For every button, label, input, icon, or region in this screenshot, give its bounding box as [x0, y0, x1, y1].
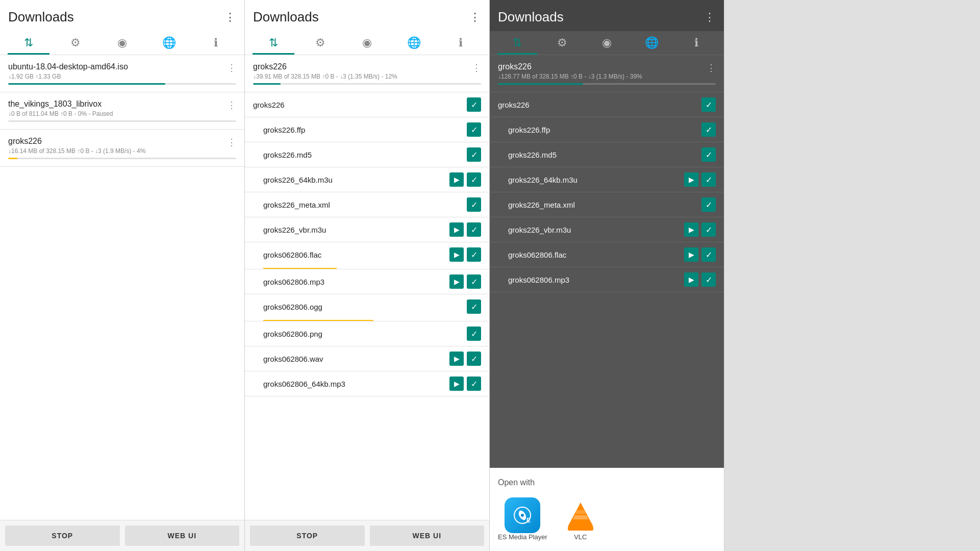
panel3-active-progress-container — [498, 83, 716, 85]
panel3-content: groks226 ✓ groks226.ffp ✓ groks226.md5 ✓… — [490, 92, 724, 468]
panel2-active-menu[interactable]: ⋮ — [468, 62, 481, 73]
panel2-active-progress — [253, 83, 281, 85]
progress-bar-groks — [8, 158, 17, 159]
panel2-active-download: groks226 ↓39.91 MB of 328.15 MB ↑0 B - ↓… — [245, 55, 489, 92]
file-name-png: groks062806.png — [253, 330, 464, 338]
play-btn-64kb[interactable]: ▶ — [449, 172, 464, 187]
play-btn-vbr[interactable]: ▶ — [449, 222, 464, 237]
transfer-icon-3: ⇅ — [513, 36, 522, 49]
checkbox-md5[interactable]: ✓ — [467, 147, 481, 162]
file-groks226-md5: groks226.md5 ✓ — [245, 142, 489, 167]
panel3-title: Downloads — [498, 9, 564, 25]
panel1-tab-eye[interactable]: ◉ — [99, 31, 146, 55]
file-p3-name-root: groks226 — [498, 101, 698, 109]
file-name-vbr: groks226_vbr.m3u — [253, 226, 446, 234]
panel1-stop-button[interactable]: STOP — [5, 525, 120, 546]
download-menu-ubuntu[interactable]: ⋮ — [223, 62, 236, 73]
checkbox-p3-md5[interactable]: ✓ — [701, 147, 716, 162]
panel2-tab-transfer[interactable]: ⇅ — [250, 31, 297, 55]
file-p3-name-ffp: groks226.ffp — [498, 126, 698, 134]
play-btn-p3-flac[interactable]: ▶ — [684, 247, 698, 262]
download-name-ubuntu: ubuntu-18.04-desktop-amd64.iso — [8, 62, 128, 71]
progress-flac — [263, 268, 337, 269]
panel3-tab-transfer[interactable]: ⇅ — [495, 31, 540, 55]
file-groks062806-wav: groks062806.wav ▶ ✓ — [245, 346, 489, 371]
checkbox-png[interactable]: ✓ — [467, 327, 481, 341]
panel3-active-menu[interactable]: ⋮ — [702, 62, 716, 73]
panel3-active-info: ↓128.77 MB of 328.15 MB ↑0 B - ↓3 (1.3 M… — [498, 73, 642, 80]
play-btn-mp3[interactable]: ▶ — [449, 274, 464, 289]
checkbox-vbr[interactable]: ✓ — [467, 222, 481, 237]
checkbox-p3-root[interactable]: ✓ — [701, 97, 716, 112]
checkbox-p3-meta[interactable]: ✓ — [701, 197, 716, 212]
play-btn-flac[interactable]: ▶ — [449, 247, 464, 262]
file-p3-meta: groks226_meta.xml ✓ — [490, 192, 724, 217]
panel1-content: ubuntu-18.04-desktop-amd64.iso ↓1.92 GB … — [0, 55, 244, 520]
file-p3-name-md5: groks226.md5 — [498, 151, 698, 159]
checkbox-ffp[interactable]: ✓ — [467, 122, 481, 137]
app-item-es[interactable]: E ES Media Player — [498, 497, 547, 541]
panel1-tab-settings[interactable]: ⚙ — [52, 31, 99, 55]
vlc-icon-container — [563, 497, 598, 533]
info-icon: ℹ — [214, 36, 218, 49]
download-name-groks: groks226 — [8, 137, 145, 146]
svg-rect-5 — [568, 527, 593, 531]
play-btn-wav[interactable]: ▶ — [449, 352, 464, 366]
file-p3-vbr: groks226_vbr.m3u ▶ ✓ — [490, 217, 724, 242]
play-btn-p3-vbr[interactable]: ▶ — [684, 222, 698, 237]
checkbox-p3-ffp[interactable]: ✓ — [701, 122, 716, 137]
panel3-tab-eye[interactable]: ◉ — [585, 31, 630, 55]
checkbox-p3-flac[interactable]: ✓ — [701, 247, 716, 262]
file-groks226-meta: groks226_meta.xml ✓ — [245, 192, 489, 217]
globe-icon-3: 🌐 — [645, 36, 659, 49]
play-btn-64kb-mp3[interactable]: ▶ — [449, 377, 464, 391]
panel3-header: Downloads ⋮ — [490, 0, 724, 31]
panel3-more-icon[interactable]: ⋮ — [704, 11, 716, 24]
svg-marker-4 — [568, 503, 593, 527]
checkbox-p3-mp3[interactable]: ✓ — [701, 272, 716, 287]
file-name-64kb-mp3: groks062806_64kb.mp3 — [253, 380, 446, 388]
checkbox-64kb-mp3[interactable]: ✓ — [467, 377, 481, 391]
file-name-ffp: groks226.ffp — [253, 126, 464, 134]
checkbox-p3-64kb[interactable]: ✓ — [701, 172, 716, 187]
download-menu-vikings[interactable]: ⋮ — [223, 99, 236, 111]
checkbox-flac[interactable]: ✓ — [467, 247, 481, 262]
checkbox-wav[interactable]: ✓ — [467, 352, 481, 366]
panel2-more-icon[interactable]: ⋮ — [469, 11, 481, 24]
panel2-tab-globe[interactable]: 🌐 — [390, 31, 437, 55]
download-item-groks: groks226 ↓16.14 MB of 328.15 MB ↑0 B - ↓… — [0, 130, 244, 167]
panel2-webui-button[interactable]: WEB UI — [370, 525, 485, 546]
checkbox-mp3[interactable]: ✓ — [467, 274, 481, 289]
panel1-tabs: ⇅ ⚙ ◉ 🌐 ℹ — [0, 31, 244, 55]
panel2-tab-eye[interactable]: ◉ — [344, 31, 391, 55]
panel3-tab-settings[interactable]: ⚙ — [540, 31, 585, 55]
panel2-stop-button[interactable]: STOP — [250, 525, 365, 546]
panel1-tab-transfer[interactable]: ⇅ — [5, 31, 52, 55]
file-p3-64kb: groks226_64kb.m3u ▶ ✓ — [490, 167, 724, 192]
panel-2: Downloads ⋮ ⇅ ⚙ ◉ 🌐 ℹ groks226 ↓39.91 MB… — [245, 0, 490, 551]
download-info-ubuntu: ↓1.92 GB ↑1.33 GB — [8, 73, 128, 80]
download-menu-groks[interactable]: ⋮ — [223, 137, 236, 148]
panel1-tab-globe[interactable]: 🌐 — [145, 31, 192, 55]
checkbox-p3-vbr[interactable]: ✓ — [701, 222, 716, 237]
checkbox-groks226-root[interactable]: ✓ — [467, 97, 481, 112]
panel1-title: Downloads — [8, 9, 74, 25]
settings-icon-3: ⚙ — [557, 36, 567, 49]
panel1-webui-button[interactable]: WEB UI — [125, 525, 240, 546]
panel2-tab-info[interactable]: ℹ — [437, 31, 484, 55]
panel3-tab-info[interactable]: ℹ — [674, 31, 719, 55]
file-groks062806-flac: groks062806.flac ▶ ✓ — [245, 242, 489, 269]
play-btn-p3-64kb[interactable]: ▶ — [684, 172, 698, 187]
panel3-tab-globe[interactable]: 🌐 — [629, 31, 674, 55]
play-btn-p3-mp3[interactable]: ▶ — [684, 272, 698, 287]
checkbox-meta[interactable]: ✓ — [467, 197, 481, 212]
checkbox-ogg[interactable]: ✓ — [467, 299, 481, 314]
app-item-vlc[interactable]: VLC — [563, 497, 598, 541]
panel-3: Downloads ⋮ ⇅ ⚙ ◉ 🌐 ℹ groks226 ↓128.77 M… — [490, 0, 724, 551]
panel1-more-icon[interactable]: ⋮ — [224, 11, 236, 24]
info-icon-3: ℹ — [694, 36, 698, 49]
checkbox-64kb[interactable]: ✓ — [467, 172, 481, 187]
panel1-tab-info[interactable]: ℹ — [192, 31, 239, 55]
panel2-tab-settings[interactable]: ⚙ — [297, 31, 344, 55]
file-name-64kb: groks226_64kb.m3u — [253, 176, 446, 184]
